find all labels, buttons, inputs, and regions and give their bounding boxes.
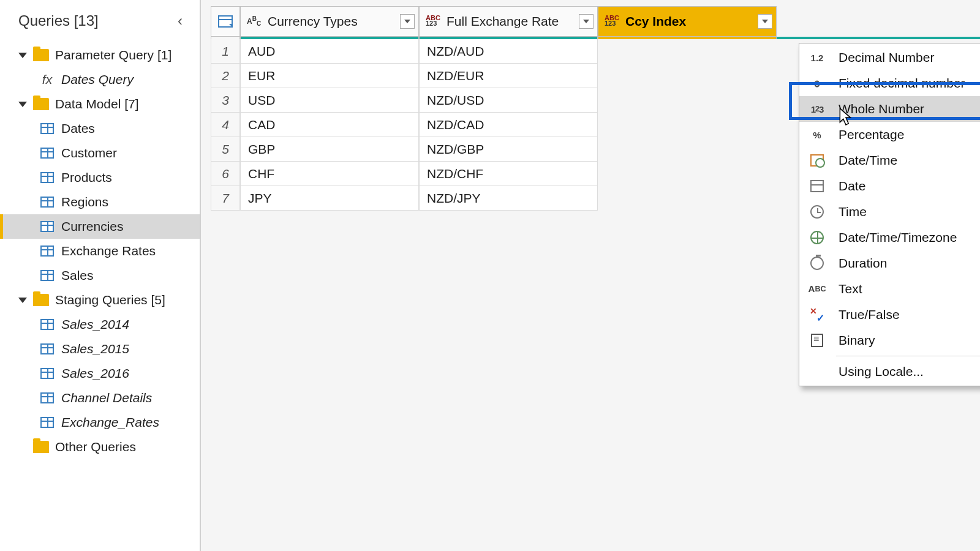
- table-icon: [40, 270, 54, 281]
- cell[interactable]: JPY: [240, 186, 419, 211]
- menu-item-fixed-decimal[interactable]: $ Fixed decimal number: [799, 70, 980, 96]
- row-number[interactable]: 4: [211, 113, 240, 137]
- cell[interactable]: NZD/GBP: [419, 137, 598, 162]
- cell[interactable]: NZD/CHF: [419, 162, 598, 186]
- sidebar-header: Queries [13] ‹: [0, 4, 200, 43]
- menu-item-datetime[interactable]: Date/Time: [799, 148, 980, 173]
- column-header-currency-types[interactable]: ABC Currency Types: [240, 6, 419, 37]
- row-number[interactable]: 1: [211, 39, 240, 64]
- row-number[interactable]: 3: [211, 88, 240, 113]
- query-dates[interactable]: Dates: [0, 116, 200, 141]
- chevron-down-icon: [404, 20, 410, 23]
- query-dates-query[interactable]: fx Dates Query: [0, 67, 200, 92]
- group-label: Data Model [7]: [55, 97, 139, 111]
- query-label: Exchange Rates: [61, 244, 156, 258]
- menu-item-duration[interactable]: Duration: [799, 250, 980, 276]
- menu-item-using-locale[interactable]: Using Locale...: [799, 359, 980, 384]
- menu-item-datetime-timezone[interactable]: Date/Time/Timezone: [799, 225, 980, 250]
- table-icon: [40, 172, 54, 183]
- query-label: Sales_2014: [61, 317, 129, 332]
- table-icon: [218, 15, 233, 28]
- table-icon: [40, 392, 54, 403]
- cell[interactable]: NZD/EUR: [419, 64, 598, 88]
- query-sales-2015[interactable]: Sales_2015: [0, 337, 200, 361]
- menu-item-decimal-number[interactable]: 1.2 Decimal Number: [799, 45, 980, 70]
- menu-label: Duration: [839, 256, 887, 271]
- data-type-menu: 1.2 Decimal Number $ Fixed decimal numbe…: [799, 43, 980, 386]
- query-exchange-rates-staging[interactable]: Exchange_Rates: [0, 410, 200, 435]
- table-icon: [40, 123, 54, 134]
- cell[interactable]: CHF: [240, 162, 419, 186]
- query-channel-details[interactable]: Channel Details: [0, 386, 200, 410]
- date-icon: [808, 178, 826, 194]
- query-regions[interactable]: Regions: [0, 190, 200, 214]
- query-exchange-rates[interactable]: Exchange Rates: [0, 239, 200, 263]
- menu-item-time[interactable]: Time: [799, 199, 980, 225]
- type-any-icon[interactable]: ABC123: [426, 15, 443, 28]
- group-label: Parameter Query [1]: [55, 48, 172, 62]
- query-sales-2014[interactable]: Sales_2014: [0, 312, 200, 337]
- collapse-sidebar-button[interactable]: ‹: [173, 10, 187, 32]
- query-label: Sales_2015: [61, 342, 129, 356]
- cell[interactable]: NZD/JPY: [419, 186, 598, 211]
- query-sales[interactable]: Sales: [0, 263, 200, 288]
- row-number[interactable]: 7: [211, 186, 240, 211]
- cell[interactable]: CAD: [240, 113, 419, 137]
- cell[interactable]: GBP: [240, 137, 419, 162]
- type-any-icon[interactable]: ABC123: [605, 15, 622, 28]
- group-parameter-query[interactable]: Parameter Query [1]: [0, 43, 200, 67]
- timezone-icon: [808, 230, 826, 246]
- binary-icon: [808, 332, 826, 348]
- select-all-cell[interactable]: [211, 6, 240, 37]
- cell[interactable]: NZD/AUD: [419, 39, 598, 64]
- percentage-icon: %: [808, 127, 826, 143]
- table-icon: [40, 343, 54, 354]
- group-other-queries[interactable]: Other Queries: [0, 435, 200, 459]
- cell[interactable]: NZD/CAD: [419, 113, 598, 137]
- query-sales-2016[interactable]: Sales_2016: [0, 361, 200, 386]
- query-label: Dates Query: [61, 72, 134, 87]
- group-label: Staging Queries [5]: [55, 293, 165, 307]
- menu-item-text[interactable]: ABC Text: [799, 276, 980, 302]
- caret-down-icon: [18, 298, 27, 303]
- query-currencies[interactable]: Currencies: [0, 214, 200, 239]
- cell[interactable]: EUR: [240, 64, 419, 88]
- menu-item-binary[interactable]: Binary: [799, 328, 980, 353]
- query-label: Channel Details: [61, 391, 152, 405]
- query-label: Regions: [61, 195, 108, 209]
- folder-icon: [33, 49, 49, 61]
- menu-item-percentage[interactable]: % Percentage: [799, 122, 980, 148]
- group-staging-queries[interactable]: Staging Queries [5]: [0, 288, 200, 312]
- menu-item-whole-number[interactable]: 123 Whole Number: [799, 96, 980, 122]
- folder-icon: [33, 98, 49, 110]
- filter-dropdown-button[interactable]: [579, 14, 594, 29]
- row-number[interactable]: 6: [211, 162, 240, 186]
- menu-label: Fixed decimal number: [839, 76, 965, 91]
- table-icon: [40, 319, 54, 330]
- menu-label: Whole Number: [839, 102, 924, 116]
- table-icon: [40, 197, 54, 208]
- column-header-full-exchange-rate[interactable]: ABC123 Full Exchange Rate: [419, 6, 598, 37]
- query-label: Products: [61, 170, 112, 185]
- filter-dropdown-button[interactable]: [758, 14, 772, 29]
- query-customer[interactable]: Customer: [0, 141, 200, 165]
- column-header-ccy-index[interactable]: ABC123 Ccy Index: [598, 6, 777, 37]
- cell[interactable]: NZD/USD: [419, 88, 598, 113]
- query-products[interactable]: Products: [0, 165, 200, 190]
- query-label: Currencies: [61, 219, 124, 234]
- row-number[interactable]: 5: [211, 137, 240, 162]
- whole-number-icon: 123: [808, 101, 826, 117]
- query-label: Exchange_Rates: [61, 415, 159, 430]
- blank-icon: [808, 364, 826, 380]
- menu-label: Percentage: [839, 127, 904, 142]
- row-number[interactable]: 2: [211, 64, 240, 88]
- menu-item-date[interactable]: Date: [799, 173, 980, 199]
- cell[interactable]: USD: [240, 88, 419, 113]
- group-data-model[interactable]: Data Model [7]: [0, 92, 200, 116]
- query-label: Customer: [61, 146, 117, 160]
- cell[interactable]: AUD: [240, 39, 419, 64]
- menu-item-true-false[interactable]: True/False: [799, 302, 980, 328]
- type-text-icon[interactable]: ABC: [247, 16, 264, 27]
- filter-dropdown-button[interactable]: [400, 14, 415, 29]
- query-label: Sales: [61, 268, 94, 283]
